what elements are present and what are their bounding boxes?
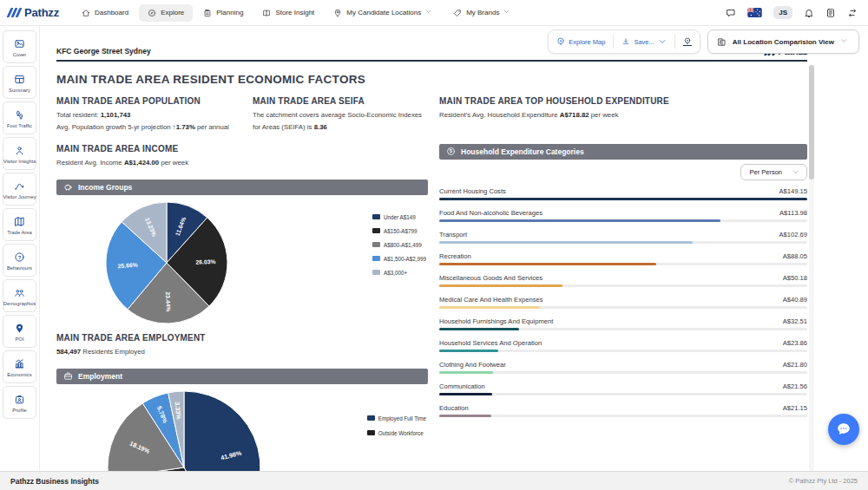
employment-pie-row: 41.98%18.19%5.78%3.33% Employed Full Tim… (56, 387, 428, 471)
clipboard-icon (203, 9, 212, 17)
sidebar-item-demographics[interactable]: Demographics (3, 279, 36, 312)
expenditure-bar-fill (439, 350, 498, 352)
employment-heading: MAIN TRADE AREA EMPLOYMENT (56, 333, 428, 343)
expenditure-category-label: Household Services And Operation (439, 339, 542, 347)
seifa-text-prefix: The catchment covers average Socio-Econo… (253, 111, 422, 131)
explore-map-label: Explore Map (569, 38, 605, 46)
expenditure-category-label: Miscellaneous Goods And Services (439, 274, 542, 282)
chevron-down-icon (792, 169, 799, 175)
sidebar-item-visitor-insights[interactable]: Visitor Insights (3, 137, 36, 170)
legend-chip (372, 214, 380, 219)
view-selector-label: All Location Comparision View (733, 38, 834, 46)
title-rule (56, 60, 807, 62)
population-total-label: Total resident: (56, 111, 99, 119)
bell-icon[interactable] (804, 8, 814, 18)
income-groups-pie-chart: 11.64%26.03%23.44%25.66%13.23% (103, 199, 230, 326)
view-selector-dropdown[interactable]: All Location Comparision View (707, 29, 859, 54)
flag-au-icon[interactable] (747, 8, 762, 17)
nav-item-my-candidate-locations[interactable]: My Candidate Locations (325, 4, 443, 22)
expenditure-bar-track (439, 263, 807, 265)
changelog-icon[interactable] (825, 8, 836, 18)
nav-item-store-insight[interactable]: Store Insight (253, 4, 323, 22)
pathzz-logo-icon (9, 8, 20, 17)
per-person-select[interactable]: Per Person (740, 164, 807, 180)
pathzz-logo-text: Pathzz (24, 6, 59, 19)
legend-item: Outside Workforce (367, 430, 426, 436)
population-growth-suffix: per annual (197, 123, 229, 131)
scrollbar-track[interactable] (809, 65, 814, 471)
income-text-prefix: Resident Avg. Income (56, 159, 122, 167)
chat-icon[interactable] (726, 8, 736, 18)
current-location-button[interactable] (675, 30, 700, 53)
download-icon (621, 37, 630, 46)
chat-fab-button[interactable] (828, 414, 859, 445)
nav-item-dashboard[interactable]: Dashboard (73, 4, 137, 22)
expenditure-row: Current Housing CostsA$149.15 (439, 187, 807, 200)
sidebar-item-economics[interactable]: Economics (3, 350, 36, 383)
switch-icon[interactable] (847, 8, 858, 18)
nav-item-explore[interactable]: Explore (139, 4, 193, 22)
expenditure-value: A$50.18 (783, 274, 807, 282)
seifa-text: The catchment covers average Socio-Econo… (253, 109, 428, 133)
nav-item-label: Dashboard (95, 9, 128, 16)
employment-pie-chart: 41.98%18.19%5.78%3.33% (105, 389, 263, 471)
expenditure-value: A$88.05 (783, 252, 807, 260)
explore-map-button[interactable]: Explore Map (549, 30, 613, 53)
cover-icon (14, 38, 25, 49)
sidebar-item-cover[interactable]: Cover (3, 30, 36, 63)
report-page: Pathzz KFC George Street Sydney MAIN TRA… (40, 26, 868, 471)
nav-item-planning[interactable]: Planning (194, 4, 252, 22)
legend-label: A$800-A$1,499 (384, 242, 422, 248)
expenditure-category-label: Current Housing Costs (439, 187, 506, 195)
expenditure-bar-fill (439, 263, 656, 265)
legend-item: Under A$149 (372, 214, 426, 220)
expenditure-row: TransportA$102.69 (439, 231, 807, 244)
expenditure-row: Miscellaneous Goods And ServicesA$50.18 (439, 274, 807, 287)
home-icon (82, 9, 90, 17)
expenditure-row-head: Current Housing CostsA$149.15 (439, 187, 807, 195)
expenditure-bar-fill (439, 306, 540, 309)
income-value: A$1,424.00 (124, 159, 159, 167)
expenditure-bar-fill (439, 415, 491, 417)
expenditure-value: A$21.15 (783, 404, 807, 412)
comparison-view-icon (717, 37, 727, 47)
save-button[interactable]: Save... (614, 30, 674, 53)
sidebar-item-summary[interactable]: Summary (3, 66, 36, 99)
expenditure-row-head: TransportA$102.69 (439, 231, 807, 238)
expenditure-bar-fill (439, 284, 562, 287)
chevron-down-icon (658, 37, 667, 46)
expenditure-heading: MAIN TRADE AREA TOP HOUSEHOLD EXPENDITUR… (439, 96, 807, 106)
expenditure-bar-fill (439, 328, 519, 330)
expenditure-row-head: EducationA$21.15 (439, 404, 807, 412)
population-block: MAIN TRADE AREA POPULATION Total residen… (56, 96, 240, 133)
expenditure-bar-track (439, 328, 807, 330)
expenditure-value: A$21.80 (783, 361, 807, 369)
sidebar-item-profile[interactable]: Profile (3, 386, 36, 419)
avatar[interactable]: JS (773, 6, 792, 19)
expenditure-bar-fill (439, 371, 493, 374)
sidebar-item-visitor-journey[interactable]: Visitor Journey (3, 173, 36, 206)
sidebar-item-trade-area[interactable]: Trade Area (3, 208, 36, 241)
sidebar-item-foot-traffic[interactable]: Foot Traffic (3, 101, 36, 134)
expenditure-row: Household Services And OperationA$23.86 (439, 339, 807, 352)
expenditure-bar-track (439, 415, 807, 417)
expenditure-row: EducationA$21.15 (439, 404, 807, 417)
expenditure-row-head: Household Services And OperationA$23.86 (439, 339, 807, 347)
expenditure-row: CommunicationA$21.56 (439, 382, 807, 395)
location-pin-icon (683, 37, 692, 46)
expenditure-bar-fill (439, 198, 807, 200)
population-growth-value: 1.73% (176, 123, 195, 131)
pin-icon (333, 9, 342, 17)
report-section-rail: CoverSummaryFoot TrafficVisitor Insights… (0, 26, 40, 471)
sidebar-item-poi[interactable]: POI (3, 315, 36, 348)
trade-area-icon (14, 216, 25, 227)
tag-icon (453, 9, 462, 17)
chat-bubble-icon (836, 421, 852, 437)
sidebar-item-behaviours[interactable]: ?Behaviours (3, 244, 36, 277)
nav-item-my-brands[interactable]: My Brands (444, 4, 521, 22)
expenditure-value: A$149.15 (779, 187, 807, 195)
pathzz-logo: Pathzz (9, 6, 59, 19)
scrollbar-thumb[interactable] (809, 65, 814, 180)
employment-legend: Employed Full TimeOutside Workforce (367, 415, 426, 471)
income-text: Resident Avg. Income A$1,424.00 per week (56, 157, 428, 169)
